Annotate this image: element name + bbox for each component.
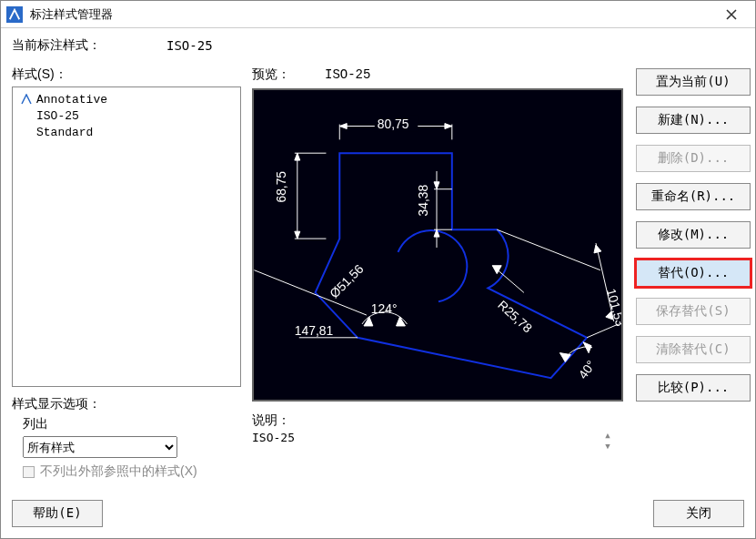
- current-style-label: 当前标注样式：: [12, 37, 166, 54]
- close-dialog-button[interactable]: 关闭: [653, 500, 744, 527]
- list-filter-select[interactable]: 所有样式: [23, 436, 177, 458]
- style-item-label: Standard: [36, 126, 93, 139]
- svg-marker-21: [364, 317, 373, 326]
- preview-label: 预览：: [252, 66, 325, 83]
- svg-marker-26: [559, 353, 570, 362]
- main-grid: 样式(S)： Annotative ISO-25 Standar: [12, 66, 744, 480]
- svg-marker-13: [434, 182, 439, 189]
- dialog-window: 标注样式管理器 当前标注样式： ISO-25 样式(S)： Annotative: [0, 0, 756, 539]
- dim-124: 124°: [371, 301, 398, 316]
- svg-marker-22: [397, 317, 406, 326]
- close-icon: [726, 9, 737, 20]
- dim-147-81: 147,81: [295, 323, 334, 338]
- style-item-iso25[interactable]: ISO-25: [18, 107, 235, 124]
- style-item-standard[interactable]: Standard: [18, 124, 235, 140]
- rename-button[interactable]: 重命名(R)...: [636, 183, 751, 210]
- description-label: 说明：: [252, 412, 625, 429]
- modify-button[interactable]: 修改(M)...: [636, 221, 751, 249]
- left-column: 样式(S)： Annotative ISO-25 Standar: [12, 66, 241, 480]
- description-value: ISO-25: [252, 431, 295, 444]
- titlebar: 标注样式管理器: [1, 1, 755, 28]
- dimension-preview-svg: 80,75 68,75 34,38 101,53 147,81 Ø51,56 R…: [254, 90, 621, 400]
- description-block: 说明： ISO-25 ▲ ▼: [252, 412, 625, 451]
- center-column: 预览： ISO-25: [252, 66, 625, 480]
- window-title: 标注样式管理器: [30, 6, 713, 23]
- list-label: 列出: [23, 416, 241, 432]
- styles-label: 样式(S)：: [12, 66, 241, 83]
- override-button[interactable]: 替代(O)...: [636, 259, 751, 287]
- no-xref-checkbox-label: 不列出外部参照中的样式(X): [40, 463, 197, 480]
- description-box: ISO-25 ▲ ▼: [252, 431, 625, 451]
- display-options-label: 样式显示选项：: [12, 396, 241, 412]
- style-item-annotative[interactable]: Annotative: [18, 91, 235, 107]
- dim-dia: Ø51,56: [327, 261, 367, 301]
- styles-listbox[interactable]: Annotative ISO-25 Standard: [12, 86, 241, 387]
- svg-line-15: [497, 229, 600, 270]
- display-options: 样式显示选项： 列出 所有样式 不列出外部参照中的样式(X): [12, 396, 241, 480]
- current-style-row: 当前标注样式： ISO-25: [12, 37, 744, 54]
- dim-68-75: 68,75: [274, 171, 288, 203]
- delete-button: 删除(D)...: [636, 145, 751, 172]
- annotative-icon: [20, 94, 33, 105]
- svg-marker-3: [339, 124, 347, 129]
- dim-80-75: 80,75: [378, 117, 409, 131]
- no-xref-checkbox-row[interactable]: 不列出外部参照中的样式(X): [23, 463, 241, 480]
- preview-style-name: ISO-25: [325, 67, 370, 82]
- close-button[interactable]: [713, 2, 750, 27]
- dialog-body: 当前标注样式： ISO-25 样式(S)： Annotative ISO-25: [1, 28, 755, 493]
- description-scroll: ▲ ▼: [601, 431, 616, 451]
- clear-override-button: 清除替代(C): [636, 336, 751, 363]
- svg-marker-27: [583, 342, 591, 353]
- svg-marker-4: [445, 124, 452, 129]
- style-item-label: ISO-25: [36, 109, 79, 123]
- new-button[interactable]: 新建(N)...: [636, 107, 751, 134]
- preview-label-row: 预览： ISO-25: [252, 66, 625, 83]
- preview-canvas: 80,75 68,75 34,38 101,53 147,81 Ø51,56 R…: [252, 88, 623, 402]
- svg-marker-8: [295, 153, 300, 160]
- save-override-button: 保存替代(S): [636, 298, 751, 325]
- dim-101-53: 101,53: [604, 287, 621, 328]
- help-button[interactable]: 帮助(E): [12, 500, 103, 527]
- svg-marker-9: [295, 231, 300, 239]
- dialog-footer: 帮助(E) 关闭: [1, 493, 755, 538]
- app-icon: [6, 6, 23, 23]
- current-style-value: ISO-25: [166, 38, 213, 53]
- dim-34-38: 34,38: [416, 184, 430, 216]
- style-item-label: Annotative: [36, 93, 107, 107]
- checkbox-icon: [23, 466, 35, 478]
- svg-marker-18: [594, 245, 601, 253]
- scroll-down-icon[interactable]: ▼: [601, 442, 614, 451]
- set-current-button[interactable]: 置为当前(U): [636, 68, 751, 96]
- scroll-up-icon[interactable]: ▲: [601, 431, 614, 440]
- compare-button[interactable]: 比较(P)...: [636, 374, 751, 402]
- dim-r: R25,78: [495, 298, 535, 336]
- dim-40: 40°: [575, 358, 598, 381]
- right-buttons: 置为当前(U) 新建(N)... 删除(D)... 重命名(R)... 修改(M…: [636, 66, 754, 480]
